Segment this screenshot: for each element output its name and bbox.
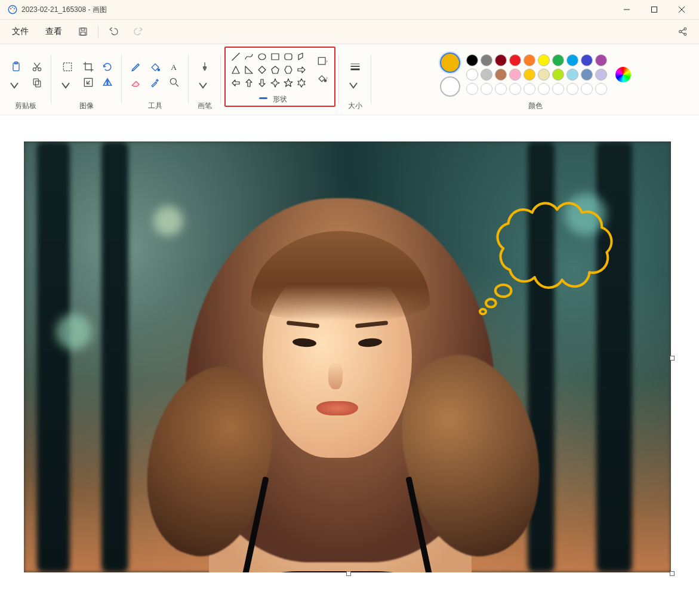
shape-arrow-down[interactable] [255,76,269,90]
minimize-button[interactable] [613,0,641,19]
flip-button[interactable] [99,75,116,90]
shape-5star[interactable] [282,76,295,90]
brush-button[interactable] [195,57,215,77]
eraser-tool[interactable] [128,75,144,90]
svg-rect-6 [652,7,657,13]
palette-color[interactable] [466,54,478,66]
fill-tool[interactable] [147,60,164,74]
palette-color[interactable] [595,69,607,81]
palette-color[interactable] [495,54,507,66]
shape-triangle[interactable] [229,63,242,76]
rotate-button[interactable] [99,60,116,74]
window-title: 2023-02-21_165308 - 画图 [21,5,613,15]
group-shapes: 形状 [221,44,339,115]
shape-line[interactable] [229,50,242,63]
palette-color[interactable] [509,54,521,66]
shape-fill-button[interactable] [314,71,331,85]
palette-empty[interactable] [595,83,607,95]
shape-outline-button[interactable] [314,54,331,69]
canvas-handle[interactable] [670,571,675,576]
palette-color[interactable] [552,54,564,66]
palette-color[interactable] [524,69,535,81]
shape-arrow-up[interactable] [242,76,255,90]
magnifier-tool[interactable] [166,75,183,90]
shape-right-triangle[interactable] [242,63,255,76]
palette-color[interactable] [538,54,550,66]
cut-button[interactable] [29,60,45,74]
undo-button[interactable] [103,21,124,42]
palette-empty[interactable] [509,83,521,95]
canvas-handle[interactable] [346,571,351,576]
crop-button[interactable] [80,60,97,74]
palette-color[interactable] [466,69,478,81]
resize-button[interactable] [80,75,97,90]
palette-color[interactable] [566,54,578,66]
color2-swatch[interactable] [440,76,460,97]
text-tool[interactable]: A [166,60,183,74]
palette-empty[interactable] [466,83,478,95]
shape-pentagon[interactable] [269,63,282,76]
palette-color[interactable] [552,69,564,81]
palette-empty[interactable] [552,83,564,95]
palette-color[interactable] [495,69,507,81]
edit-colors-button[interactable] [615,67,631,82]
shape-arrow-left[interactable] [229,76,242,90]
close-button[interactable] [668,0,695,19]
palette-empty[interactable] [538,83,550,95]
svg-marker-40 [272,66,279,73]
size-button[interactable] [345,57,365,77]
svg-marker-44 [246,79,252,87]
shape-hexagon[interactable] [282,63,295,76]
group-label-image: 图像 [79,101,94,112]
shape-polygon[interactable] [295,50,308,63]
svg-point-31 [170,78,176,84]
picker-tool[interactable] [147,75,164,90]
canvas-handle[interactable] [670,356,675,361]
svg-point-12 [679,30,682,33]
shape-rect[interactable] [269,50,282,63]
group-brushes: 画笔 [189,44,221,115]
menu-view[interactable]: 查看 [39,23,68,41]
thought-bubble-shape[interactable] [462,201,629,321]
palette-empty[interactable] [481,83,492,95]
shape-curve[interactable] [242,50,255,63]
shape-arrow-right[interactable] [295,63,308,76]
shape-roundrect[interactable] [282,50,295,63]
palette-empty[interactable] [495,83,507,95]
palette-color[interactable] [538,69,550,81]
color1-swatch[interactable] [440,53,460,73]
palette-empty[interactable] [524,83,535,95]
palette-color[interactable] [581,69,593,81]
palette-empty[interactable] [566,83,578,95]
palette-color[interactable] [481,54,492,66]
shape-oval[interactable] [255,50,269,63]
menu-file[interactable]: 文件 [6,23,35,41]
group-label-tools: 工具 [148,101,162,112]
palette-empty[interactable] [581,83,593,95]
share-button[interactable] [673,21,693,42]
maximize-button[interactable] [641,0,668,19]
palette-color[interactable] [509,69,521,81]
palette-color[interactable] [595,54,607,66]
svg-marker-42 [298,67,305,73]
save-button[interactable] [73,21,93,42]
palette-color[interactable] [581,54,593,66]
shapes-gallery[interactable] [229,50,308,90]
redo-button[interactable] [128,21,149,42]
brush-dropdown[interactable] [195,78,211,93]
copy-button[interactable] [29,75,45,90]
palette-color[interactable] [566,69,578,81]
shape-6star[interactable] [295,76,308,90]
shape-4star[interactable] [269,76,282,90]
select-dropdown[interactable] [57,78,74,93]
size-dropdown[interactable] [345,78,362,93]
canvas[interactable] [24,141,671,572]
paste-dropdown[interactable] [6,78,23,93]
select-tool[interactable] [57,57,78,77]
paste-button[interactable] [6,57,26,77]
svg-marker-37 [232,66,239,73]
palette-color[interactable] [524,54,535,66]
palette-color[interactable] [481,69,492,81]
pencil-tool[interactable] [128,60,144,74]
shape-diamond[interactable] [255,63,269,76]
